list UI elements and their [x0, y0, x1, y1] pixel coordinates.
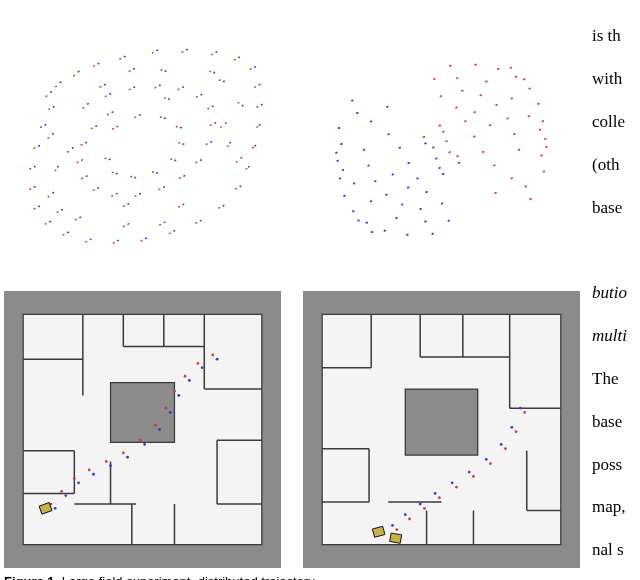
svg-point-253	[139, 439, 142, 442]
svg-point-63	[176, 126, 178, 128]
svg-point-198	[371, 231, 374, 233]
svg-point-251	[105, 460, 108, 463]
svg-point-64	[178, 142, 180, 144]
svg-point-88	[238, 56, 240, 58]
svg-point-289	[455, 486, 458, 489]
svg-point-275	[391, 524, 394, 527]
pointcloud-panel-left	[4, 6, 281, 283]
svg-point-131	[72, 147, 74, 149]
svg-point-133	[225, 122, 227, 124]
svg-point-102	[67, 231, 69, 233]
svg-point-222	[494, 192, 497, 194]
svg-point-59	[56, 211, 58, 213]
svg-point-242	[423, 136, 426, 138]
rt-l7: multi	[592, 325, 636, 346]
svg-rect-296	[390, 533, 402, 543]
svg-point-144	[182, 143, 184, 145]
map-right-svg	[303, 291, 580, 568]
svg-point-278	[434, 492, 437, 495]
svg-point-129	[111, 111, 113, 113]
svg-point-255	[165, 407, 168, 410]
svg-point-76	[75, 219, 77, 221]
svg-point-239	[523, 78, 526, 80]
svg-point-119	[200, 159, 202, 161]
svg-point-16	[218, 207, 220, 209]
svg-point-225	[485, 80, 488, 82]
svg-point-258	[197, 362, 200, 365]
svg-point-241	[448, 151, 451, 153]
svg-point-67	[130, 176, 132, 178]
svg-point-11	[256, 106, 258, 108]
svg-point-116	[212, 105, 214, 107]
svg-point-126	[81, 159, 83, 161]
svg-point-99	[145, 237, 147, 239]
figure-caption: Figure 1. Large field experiment, distri…	[4, 574, 580, 580]
svg-point-226	[529, 198, 532, 200]
svg-point-219	[464, 120, 467, 122]
svg-point-42	[134, 195, 136, 197]
svg-point-109	[53, 106, 55, 108]
svg-point-286	[408, 518, 411, 521]
svg-point-77	[209, 71, 211, 73]
pointcloud-panel-right	[303, 6, 580, 283]
rt-l2: with	[592, 68, 636, 89]
svg-point-17	[195, 222, 197, 224]
svg-point-122	[139, 193, 141, 195]
svg-point-154	[133, 68, 135, 70]
svg-point-87	[215, 51, 217, 53]
svg-point-4	[119, 58, 121, 60]
svg-point-100	[117, 240, 119, 242]
svg-point-21	[85, 241, 87, 243]
svg-point-281	[485, 458, 488, 461]
svg-point-152	[241, 105, 243, 107]
svg-point-201	[540, 154, 543, 156]
svg-point-45	[81, 177, 83, 179]
svg-point-280	[468, 471, 471, 474]
svg-point-165	[352, 210, 355, 212]
svg-point-209	[449, 65, 452, 67]
rt-l5: base	[592, 197, 636, 218]
svg-point-50	[54, 169, 56, 171]
rt-l12: nal s	[592, 539, 636, 560]
svg-point-248	[60, 490, 63, 493]
figure-label: Figure 1.	[4, 574, 58, 580]
svg-point-112	[133, 86, 135, 88]
svg-point-211	[513, 133, 516, 135]
svg-point-86	[186, 49, 188, 51]
svg-point-180	[356, 112, 359, 114]
svg-point-96	[222, 205, 224, 207]
svg-point-250	[88, 469, 91, 472]
svg-point-65	[170, 158, 172, 160]
svg-point-206	[515, 76, 518, 78]
svg-point-210	[518, 149, 521, 151]
svg-point-7	[211, 53, 213, 55]
svg-point-264	[109, 464, 112, 467]
rt-l6: butio	[592, 282, 636, 303]
svg-point-199	[357, 219, 360, 221]
svg-point-143	[180, 127, 182, 129]
svg-point-285	[395, 528, 398, 531]
svg-point-60	[112, 128, 114, 130]
svg-point-91	[261, 104, 263, 106]
svg-point-177	[398, 147, 401, 149]
svg-point-94	[248, 166, 250, 168]
svg-point-58	[219, 79, 221, 81]
svg-point-43	[111, 195, 113, 197]
svg-point-26	[29, 168, 31, 170]
svg-point-155	[163, 221, 165, 223]
svg-point-89	[254, 66, 256, 68]
svg-point-81	[59, 81, 61, 83]
svg-point-170	[363, 149, 366, 151]
svg-point-35	[196, 96, 198, 98]
rt-l8: The	[592, 368, 636, 389]
svg-point-163	[339, 177, 342, 179]
svg-point-6	[181, 51, 183, 53]
svg-point-136	[182, 203, 184, 205]
svg-point-179	[416, 177, 419, 179]
svg-point-227	[456, 77, 459, 79]
svg-point-187	[424, 220, 427, 222]
svg-point-174	[401, 203, 404, 205]
svg-point-213	[495, 104, 498, 106]
svg-point-193	[435, 157, 438, 159]
svg-point-135	[127, 223, 129, 225]
